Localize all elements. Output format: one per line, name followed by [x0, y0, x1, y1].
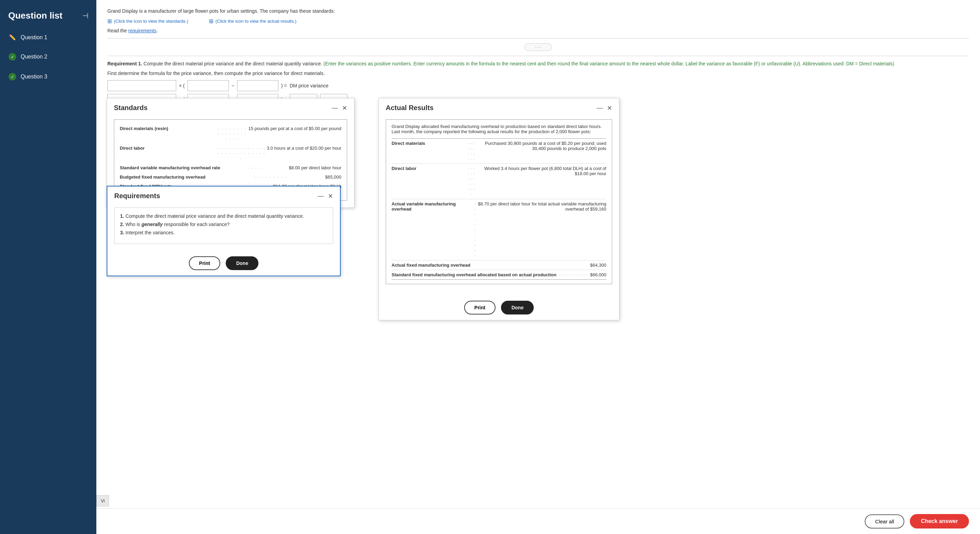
requirements-modal-header: Requirements — ✕: [107, 186, 340, 203]
sidebar-item-q1[interactable]: ✏️ Question 1: [0, 28, 96, 47]
actual-dots-4: · · · · · · · · · · · · · ·: [557, 272, 590, 277]
actual-label-3: Actual fixed manufacturing overhead: [391, 262, 470, 268]
actual-dots-1: · · · · · · · · · · · · · · · ·: [467, 166, 476, 197]
actual-dots-0: · · · · · · · · · · · ·: [467, 141, 476, 161]
requirements-done-button[interactable]: Done: [226, 256, 258, 270]
requirement1-text: Requirement 1. Compute the direct materi…: [107, 61, 969, 67]
vi-tab: Vi: [96, 495, 109, 507]
actual-label-4: Standard fixed manufacturing overhead al…: [391, 272, 557, 277]
req-text-3: Interpret the variances.: [126, 230, 175, 235]
actual-done-button[interactable]: Done: [501, 301, 534, 315]
std-dots-0: · · · · · · · · · · · · · · · · · · · ·: [216, 126, 248, 141]
requirements-print-button[interactable]: Print: [189, 256, 221, 270]
req-text-1: Compute the direct material price varian…: [126, 213, 304, 219]
standards-modal-header: Standards — ✕: [107, 99, 354, 115]
std-row-1: Direct labor · · · · · · · · · · · · · ·…: [120, 143, 341, 163]
actual-label-2: Actual variable manufacturing overhead: [391, 201, 474, 211]
sidebar-item-q2-label: Question 2: [21, 54, 47, 60]
req-num-2: 2.: [120, 222, 124, 227]
std-row-0: Direct materials (resin) · · · · · · · ·…: [120, 124, 341, 143]
standards-modal-controls: — ✕: [332, 104, 347, 112]
std-dots-3: · · · · · · · · ·: [216, 175, 325, 180]
std-label-3: Budgeted fixed manufacturing overhead: [120, 175, 216, 180]
std-value-2: $8.00 per direct labor hour: [289, 165, 341, 170]
req-item-1: 1. Compute the direct material price var…: [120, 213, 327, 219]
requirements-modal-footer: Print Done: [107, 251, 340, 276]
actual-row-1: Direct labor · · · · · · · · · · · · · ·…: [391, 164, 606, 199]
sidebar-item-q2[interactable]: Question 2: [0, 47, 96, 67]
standards-minimize-button[interactable]: —: [332, 104, 338, 111]
actual-label-0: Direct materials: [391, 141, 467, 146]
read-requirements-text: Read the requirements.: [107, 28, 969, 33]
formula-minus-1: −: [232, 83, 234, 88]
standards-grid-icon: ⊞: [107, 18, 112, 24]
sidebar-item-q3[interactable]: Question 3: [0, 67, 96, 87]
icon-links-row: ⊞ (Click the icon to view the standards.…: [107, 18, 969, 24]
actual-value-1: Worked 3.4 hours per flower pot (6,800 t…: [476, 166, 606, 176]
actual-minimize-button[interactable]: —: [597, 104, 603, 111]
sidebar: Question list ⊣ ✏️ Question 1 Question 2…: [0, 0, 96, 534]
actual-row-4: Standard fixed manufacturing overhead al…: [391, 270, 606, 280]
formula-close-1: ) =: [281, 83, 287, 88]
actual-intro-text: Grand Display allocated fixed manufactur…: [391, 124, 606, 134]
formula-row-1: × ( − ) = DM price variance: [107, 80, 969, 91]
actual-value-2: $8.70 per direct labor hour for total ac…: [476, 201, 606, 211]
sidebar-item-q3-label: Question 3: [21, 74, 47, 80]
divider-top: [107, 38, 969, 38]
std-value-3: $65,000: [325, 175, 341, 180]
intro-paragraph: Grand Display is a manufacturer of large…: [107, 8, 969, 14]
actual-value-4: $66,000: [590, 272, 606, 277]
actual-label-1: Direct labor: [391, 166, 467, 171]
requirements-modal-controls: — ✕: [318, 192, 333, 200]
sidebar-title-area: Question list ⊣: [0, 7, 96, 28]
collapse-icon[interactable]: ⊣: [82, 12, 88, 20]
formula-input-1c[interactable]: [237, 80, 278, 91]
requirements-close-button[interactable]: ✕: [328, 192, 333, 200]
std-value-0: 15 pounds per pot at a cost of $5.00 per…: [248, 126, 341, 131]
standards-modal-title: Standards: [114, 104, 148, 112]
actual-results-link[interactable]: ⊞ (Click the icon to view the actual res…: [209, 18, 297, 24]
std-row-2: Standard variable manufacturing overhead…: [120, 163, 341, 172]
checkmark-icon-q3: [8, 73, 16, 81]
actual-grid-icon: ⊞: [209, 18, 213, 24]
actual-modal-controls: — ✕: [597, 104, 612, 112]
formula-label-1: DM price variance: [290, 83, 329, 88]
checkmark-icon-q2: [8, 53, 16, 60]
actual-results-modal-title: Actual Results: [386, 104, 434, 112]
clear-all-button[interactable]: Clear all: [865, 514, 904, 529]
bottom-bar: Clear all Check answer: [96, 508, 980, 534]
std-label-0: Direct materials (resin): [120, 126, 216, 131]
actual-value-0: Purchased 30,900 pounds at a cost of $5.…: [476, 141, 606, 151]
actual-box: Grand Display allocated fixed manufactur…: [386, 119, 612, 284]
actual-value-3: $64,300: [590, 262, 606, 268]
main-content: Grand Display is a manufacturer of large…: [96, 0, 980, 534]
standards-link[interactable]: ⊞ (Click the icon to view the standards.…: [107, 18, 188, 24]
standards-close-button[interactable]: ✕: [342, 104, 347, 112]
req-item-2: 2. Who is generally responsible for each…: [120, 222, 327, 227]
actual-row-3: Actual fixed manufacturing overhead $64,…: [391, 261, 606, 270]
req-item-3: 3. Interpret the variances.: [120, 230, 327, 235]
actual-row-0: Direct materials · · · · · · · · · · · ·…: [391, 138, 606, 164]
actual-close-button[interactable]: ✕: [607, 104, 612, 112]
req-text-2: Who is generally responsible for each va…: [126, 222, 230, 227]
req-num-3: 3.: [120, 230, 124, 235]
requirements-link[interactable]: requirements: [128, 28, 157, 33]
dots-button[interactable]: · · ·: [524, 43, 552, 51]
check-answer-button[interactable]: Check answer: [910, 514, 969, 529]
formula-input-1a[interactable]: [107, 80, 176, 91]
std-row-3: Budgeted fixed manufacturing overhead · …: [120, 172, 341, 182]
formula-intro-text: First determine the formula for the pric…: [107, 70, 969, 76]
formula-input-1b[interactable]: [188, 80, 229, 91]
actual-results-modal-body: Grand Display allocated fixed manufactur…: [379, 115, 619, 295]
std-label-2: Standard variable manufacturing overhead…: [120, 165, 220, 170]
requirements-modal-body: 1. Compute the direct material price var…: [107, 203, 340, 251]
actual-results-modal: Actual Results — ✕ Grand Display allocat…: [379, 98, 619, 320]
actual-results-modal-header: Actual Results — ✕: [379, 99, 619, 115]
actual-print-button[interactable]: Print: [464, 301, 496, 315]
std-label-1: Direct labor: [120, 146, 216, 151]
sidebar-item-q1-label: Question 1: [21, 34, 47, 41]
requirements-modal: Requirements — ✕ 1. Compute the direct m…: [107, 186, 340, 276]
requirements-minimize-button[interactable]: —: [318, 192, 324, 200]
formula-operator-1: × (: [179, 83, 185, 88]
std-value-1: 3.0 hours at a cost of $20.00 per hour: [267, 146, 341, 151]
